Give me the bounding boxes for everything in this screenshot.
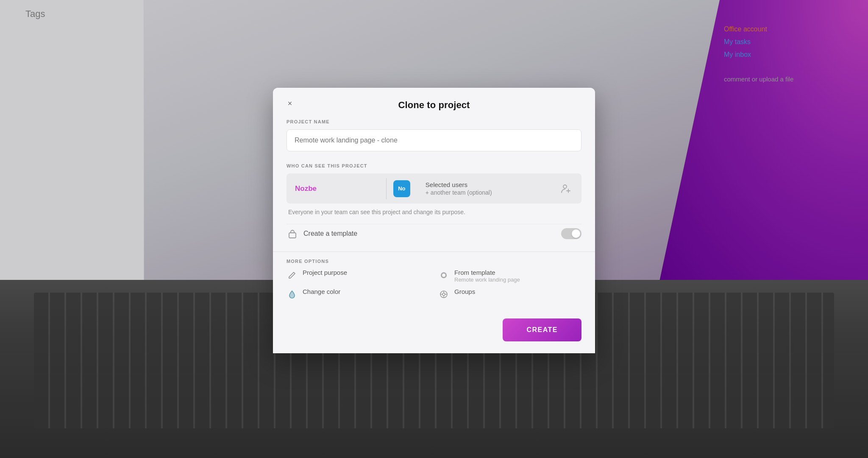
option-template-label: From template <box>454 269 520 276</box>
svg-point-0 <box>563 185 567 188</box>
options-grid: Project purpose From template <box>287 269 581 300</box>
option-from-template[interactable]: From template Remote work landing page <box>438 269 581 283</box>
dialog-title: Clone to project <box>398 100 470 111</box>
groups-icon <box>438 289 449 300</box>
toggle-knob <box>572 229 580 238</box>
selected-users-title: Selected users <box>426 181 549 188</box>
option-groups-text: Groups <box>454 288 475 295</box>
option-template-sublabel: Remote work landing page <box>454 276 520 283</box>
visibility-users: Selected users + another team (optional) <box>417 173 558 204</box>
dialog-body: PROJECT NAME WHO CAN SEE THIS PROJECT No… <box>273 119 595 312</box>
option-project-purpose[interactable]: Project purpose <box>287 269 430 283</box>
visibility-divider <box>386 178 387 199</box>
option-purpose-text: Project purpose <box>303 269 347 276</box>
option-color-text: Change color <box>303 288 340 295</box>
visibility-row: Nozbe No Selected users + another team (… <box>287 173 581 204</box>
dialog-footer: CREATE <box>273 312 595 353</box>
svg-point-5 <box>442 274 445 277</box>
clone-dialog: × Clone to project PROJECT NAME WHO CAN … <box>273 88 595 353</box>
team-name[interactable]: Nozbe <box>287 177 386 201</box>
pencil-icon <box>287 270 298 281</box>
option-change-color[interactable]: Change color <box>287 288 430 300</box>
visibility-note: Everyone in your team can see this proje… <box>287 209 581 215</box>
option-groups[interactable]: Groups <box>438 288 581 300</box>
option-purpose-label: Project purpose <box>303 269 347 276</box>
option-template-text: From template Remote work landing page <box>454 269 520 283</box>
template-row: Create a template <box>287 224 581 248</box>
svg-point-7 <box>442 293 445 296</box>
divider <box>273 251 595 252</box>
another-team: + another team (optional) <box>426 189 549 196</box>
svg-rect-3 <box>289 233 296 238</box>
more-options-section: MORE OPTIONS Project purpose <box>287 259 581 300</box>
no-badge: No <box>393 180 410 197</box>
template-icon <box>287 228 298 240</box>
more-options-label: MORE OPTIONS <box>287 259 581 264</box>
close-button[interactable]: × <box>283 97 297 110</box>
template-label: Create a template <box>303 230 561 237</box>
visibility-section: WHO CAN SEE THIS PROJECT Nozbe No Select… <box>287 163 581 215</box>
create-template-toggle[interactable] <box>561 228 581 239</box>
color-drop-icon <box>287 289 298 300</box>
add-user-button[interactable] <box>558 180 575 197</box>
create-button[interactable]: CREATE <box>503 318 581 341</box>
option-groups-label: Groups <box>454 288 475 295</box>
dialog-header: × Clone to project <box>273 88 595 119</box>
template-dot-icon <box>438 270 449 281</box>
modal-overlay: × Clone to project PROJECT NAME WHO CAN … <box>0 0 868 458</box>
visibility-label: WHO CAN SEE THIS PROJECT <box>287 163 581 168</box>
project-name-label: PROJECT NAME <box>287 119 581 124</box>
project-name-input[interactable] <box>287 129 581 151</box>
option-color-label: Change color <box>303 288 340 295</box>
